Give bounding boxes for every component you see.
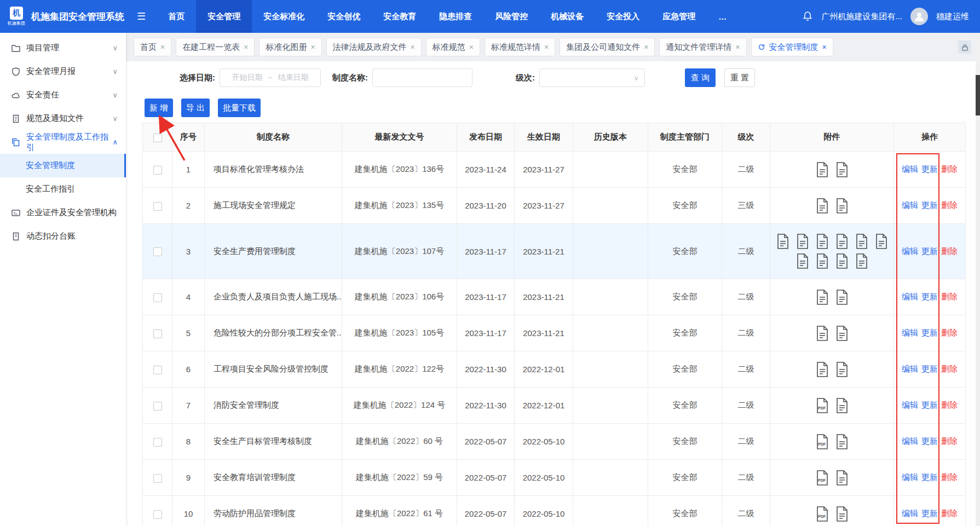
delete-link[interactable]: 删除 — [941, 436, 958, 446]
lock-icon[interactable] — [958, 41, 971, 54]
nav-item[interactable]: 安全标准化 — [252, 0, 316, 33]
select-all-checkbox[interactable] — [153, 134, 162, 142]
doc-file-icon[interactable] — [835, 253, 849, 269]
sidebar-item[interactable]: 动态扣分台账 — [0, 224, 126, 248]
close-icon[interactable]: × — [822, 43, 827, 51]
update-link[interactable]: 更新 — [921, 246, 938, 256]
sidebar-item[interactable]: 安全管理月报∨ — [0, 60, 126, 83]
sidebar-item[interactable]: 企业证件及安全管理机构 — [0, 201, 126, 224]
refresh-icon[interactable] — [758, 43, 765, 51]
pdf-file-icon[interactable]: PDF — [816, 470, 829, 485]
tab[interactable]: 法律法规及政府文件× — [326, 38, 422, 56]
sidebar-collapse-icon[interactable]: ☰ — [126, 0, 157, 33]
row-checkbox[interactable] — [153, 247, 162, 256]
row-checkbox[interactable] — [153, 330, 162, 338]
close-icon[interactable]: × — [544, 43, 549, 51]
tab[interactable]: 标准化图册× — [259, 38, 321, 56]
update-link[interactable]: 更新 — [921, 164, 938, 174]
close-icon[interactable]: × — [735, 43, 740, 51]
doc-file-icon[interactable] — [835, 470, 849, 485]
delete-link[interactable]: 删除 — [941, 292, 958, 301]
tab[interactable]: 通知文件管理详情× — [659, 38, 746, 56]
notification-bell-icon[interactable] — [802, 11, 813, 22]
doc-file-icon[interactable] — [835, 362, 849, 377]
sidebar-subitem[interactable]: 安全管理制度 — [0, 154, 126, 177]
doc-file-icon[interactable] — [816, 362, 829, 377]
doc-file-icon[interactable] — [855, 234, 868, 249]
edit-link[interactable]: 编辑 — [902, 200, 918, 210]
end-date-placeholder[interactable]: 结束日期 — [278, 73, 309, 83]
doc-file-icon[interactable] — [816, 253, 829, 269]
nav-item[interactable]: 安全投入 — [595, 0, 651, 33]
doc-file-icon[interactable] — [855, 253, 868, 269]
row-checkbox[interactable] — [153, 202, 162, 211]
company-name[interactable]: 广州机施建设集团有... — [821, 11, 902, 22]
delete-link[interactable]: 删除 — [941, 472, 958, 482]
reset-button[interactable]: 重 置 — [724, 68, 755, 87]
update-link[interactable]: 更新 — [921, 200, 938, 210]
doc-file-icon[interactable] — [796, 234, 809, 249]
edit-link[interactable]: 编辑 — [902, 508, 918, 518]
row-checkbox[interactable] — [153, 166, 162, 175]
delete-link[interactable]: 删除 — [941, 200, 958, 210]
tab[interactable]: 安全管理制度× — [751, 38, 833, 56]
close-icon[interactable]: × — [310, 43, 315, 51]
doc-file-icon[interactable] — [816, 326, 829, 341]
edit-link[interactable]: 编辑 — [902, 292, 918, 301]
pdf-file-icon[interactable]: PDF — [816, 398, 829, 413]
nav-item[interactable]: 风险管控 — [483, 0, 539, 33]
nav-item[interactable]: 首页 — [157, 0, 196, 33]
doc-file-icon[interactable] — [816, 198, 829, 213]
nav-item[interactable]: 安全创优 — [316, 0, 372, 33]
start-date-placeholder[interactable]: 开始日期 — [232, 73, 262, 83]
close-icon[interactable]: × — [244, 43, 248, 51]
update-link[interactable]: 更新 — [921, 472, 938, 482]
pdf-file-icon[interactable]: PDF — [816, 434, 829, 449]
doc-file-icon[interactable] — [835, 198, 849, 213]
delete-link[interactable]: 删除 — [941, 364, 958, 373]
close-icon[interactable]: × — [411, 43, 415, 51]
avatar[interactable] — [910, 8, 928, 25]
close-icon[interactable]: × — [160, 43, 165, 51]
update-link[interactable]: 更新 — [921, 328, 938, 337]
delete-link[interactable]: 删除 — [941, 400, 958, 409]
tab[interactable]: 集团及公司通知文件× — [560, 38, 655, 56]
sidebar-item[interactable]: 安全责任∨ — [0, 83, 126, 107]
edit-link[interactable]: 编辑 — [902, 246, 918, 256]
nav-item[interactable]: 应急管理 — [651, 0, 707, 33]
doc-file-icon[interactable] — [835, 234, 849, 249]
edit-link[interactable]: 编辑 — [902, 164, 918, 174]
scrollbar-thumb[interactable] — [976, 75, 980, 115]
edit-link[interactable]: 编辑 — [902, 436, 918, 446]
edit-link[interactable]: 编辑 — [902, 472, 918, 482]
tab[interactable]: 标准规范× — [426, 38, 480, 56]
batch-download-button[interactable]: 批量下载 — [218, 99, 261, 117]
tab[interactable]: 标准规范详情× — [485, 38, 555, 56]
tab[interactable]: 首页× — [134, 38, 171, 56]
doc-file-icon[interactable] — [835, 506, 849, 522]
row-checkbox[interactable] — [153, 402, 162, 411]
delete-link[interactable]: 删除 — [941, 508, 958, 518]
edit-link[interactable]: 编辑 — [902, 364, 918, 373]
name-filter-input[interactable] — [372, 68, 472, 87]
doc-file-icon[interactable] — [835, 434, 849, 449]
close-icon[interactable]: × — [644, 43, 648, 51]
update-link[interactable]: 更新 — [921, 364, 938, 373]
edit-link[interactable]: 编辑 — [902, 400, 918, 409]
doc-file-icon[interactable] — [816, 162, 829, 177]
delete-link[interactable]: 删除 — [941, 164, 958, 174]
doc-file-icon[interactable] — [776, 234, 789, 249]
row-checkbox[interactable] — [153, 293, 162, 302]
nav-item[interactable]: 安全管理 — [196, 0, 252, 33]
doc-file-icon[interactable] — [835, 398, 849, 413]
nav-item[interactable]: 机械设备 — [539, 0, 595, 33]
add-button[interactable]: 新 增 — [145, 99, 173, 117]
update-link[interactable]: 更新 — [921, 400, 938, 409]
doc-file-icon[interactable] — [816, 234, 829, 249]
close-icon[interactable]: × — [469, 43, 474, 51]
doc-file-icon[interactable] — [796, 253, 809, 269]
doc-file-icon[interactable] — [835, 290, 849, 305]
row-checkbox[interactable] — [153, 474, 162, 483]
update-link[interactable]: 更新 — [921, 292, 938, 301]
level-select[interactable]: ∨ — [539, 68, 645, 87]
